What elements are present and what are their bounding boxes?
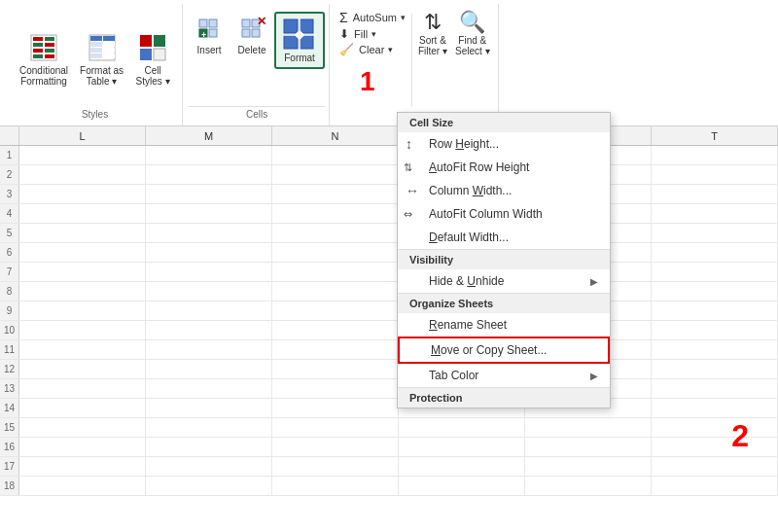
table-row[interactable]: 10 (0, 321, 778, 340)
cell[interactable] (19, 224, 146, 242)
cell[interactable] (525, 457, 652, 476)
cell[interactable] (652, 243, 778, 262)
cell[interactable] (272, 379, 399, 398)
fill-btn[interactable]: ⬇ Fill ▾ (339, 27, 406, 41)
cell[interactable] (652, 457, 778, 476)
cell[interactable] (19, 146, 146, 164)
cell[interactable] (272, 243, 399, 262)
table-row[interactable]: 15 (0, 418, 778, 438)
cell[interactable] (652, 185, 778, 203)
cell[interactable] (146, 477, 272, 495)
table-row[interactable]: 7 (0, 263, 778, 282)
tab-color-item[interactable]: Tab Color ▶ (398, 364, 610, 387)
cell[interactable] (272, 282, 399, 301)
cell[interactable] (146, 224, 272, 242)
cell[interactable] (652, 340, 778, 359)
autofit-col-item[interactable]: ⇔ AutoFit Column Width (398, 202, 610, 226)
cell[interactable] (272, 224, 399, 242)
cell[interactable] (652, 165, 778, 184)
cell[interactable] (146, 243, 272, 262)
cell[interactable] (652, 301, 778, 320)
cell[interactable] (399, 457, 525, 476)
cell[interactable] (652, 146, 778, 164)
cell[interactable] (652, 379, 778, 398)
table-row[interactable]: 1 (0, 146, 778, 165)
table-row[interactable]: 6 (0, 243, 778, 263)
cell[interactable] (19, 379, 146, 398)
table-row[interactable]: 13 (0, 379, 778, 399)
cell[interactable] (652, 399, 778, 417)
cell[interactable] (146, 185, 272, 203)
cell[interactable] (272, 321, 399, 339)
cell[interactable] (272, 301, 399, 320)
cell[interactable] (652, 321, 778, 339)
cell[interactable] (19, 243, 146, 262)
cell[interactable] (272, 185, 399, 203)
cell[interactable] (146, 418, 272, 437)
autosum-btn[interactable]: Σ AutoSum ▾ (339, 10, 406, 25)
cell[interactable] (19, 360, 146, 378)
cell[interactable] (19, 477, 146, 495)
cell[interactable] (19, 165, 146, 184)
cell[interactable] (19, 282, 146, 301)
cell[interactable] (146, 146, 272, 164)
cell[interactable] (146, 282, 272, 301)
cell[interactable] (146, 301, 272, 320)
table-row[interactable]: 5 (0, 224, 778, 243)
hide-unhide-item[interactable]: Hide & Unhide ▶ (398, 269, 610, 293)
cell[interactable] (272, 165, 399, 184)
format-btn[interactable]: Format (274, 12, 325, 69)
cell[interactable] (652, 282, 778, 301)
cell[interactable] (272, 204, 399, 223)
clear-btn[interactable]: 🧹 Clear ▾ (339, 43, 406, 56)
table-row[interactable]: 8 (0, 282, 778, 301)
cell[interactable] (272, 418, 399, 437)
table-row[interactable]: 17 (0, 457, 778, 477)
cell[interactable] (272, 340, 399, 359)
row-height-item[interactable]: ↕ Row Height... (398, 132, 610, 156)
cell[interactable] (272, 438, 399, 456)
cell[interactable] (525, 418, 652, 437)
table-row[interactable]: 11 (0, 340, 778, 360)
cell[interactable] (399, 438, 525, 456)
cell[interactable] (652, 360, 778, 378)
cell[interactable] (272, 399, 399, 417)
format-as-table-btn[interactable]: Format asTable ▾ (76, 28, 127, 89)
insert-btn[interactable]: + Insert (189, 12, 230, 57)
sort-filter-btn[interactable]: ⇅ Sort &Filter ▾ (418, 10, 447, 56)
cell[interactable] (19, 418, 146, 437)
cell[interactable] (146, 263, 272, 281)
default-width-item[interactable]: Default Width... (398, 226, 610, 249)
cell[interactable] (146, 457, 272, 476)
table-row[interactable]: 3 (0, 185, 778, 204)
table-row[interactable]: 16 (0, 438, 778, 457)
cell[interactable] (19, 438, 146, 456)
cell[interactable] (146, 399, 272, 417)
cell[interactable] (19, 457, 146, 476)
rename-sheet-item[interactable]: Rename Sheet (398, 313, 610, 337)
cell[interactable] (146, 165, 272, 184)
move-copy-sheet-item[interactable]: Move or Copy Sheet... (398, 337, 610, 364)
cell[interactable] (272, 457, 399, 476)
table-row[interactable]: 12 (0, 360, 778, 379)
cell[interactable] (399, 418, 525, 437)
cell[interactable] (19, 321, 146, 339)
cell[interactable] (19, 263, 146, 281)
table-row[interactable]: 2 (0, 165, 778, 185)
cell[interactable] (652, 263, 778, 281)
cell[interactable] (146, 379, 272, 398)
cell[interactable] (146, 321, 272, 339)
cell[interactable] (652, 204, 778, 223)
cell[interactable] (272, 360, 399, 378)
cell[interactable] (146, 360, 272, 378)
table-row[interactable]: 18 (0, 477, 778, 496)
conditional-formatting-btn[interactable]: Conditional Formatting (16, 28, 72, 89)
cell[interactable] (272, 263, 399, 281)
cell[interactable] (19, 340, 146, 359)
delete-btn[interactable]: ✕ Delete (231, 12, 272, 57)
cell[interactable] (146, 340, 272, 359)
cell[interactable] (146, 204, 272, 223)
cell[interactable] (19, 301, 146, 320)
cell[interactable] (652, 224, 778, 242)
find-select-btn[interactable]: 🔍 Find &Select ▾ (455, 10, 490, 56)
